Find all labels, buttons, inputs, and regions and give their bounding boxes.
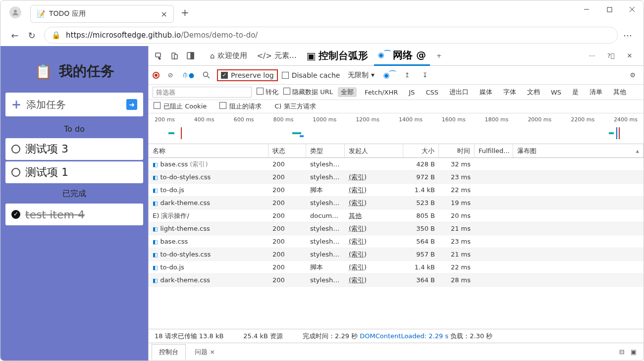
filter-wasm[interactable]: 是 [569, 87, 582, 97]
filter-css[interactable]: CSS [423, 88, 441, 97]
network-table-body[interactable]: ◧base.css (索引)200styleshe...428 B32 ms◧t… [149, 158, 644, 329]
lock-icon: 🔒 [52, 31, 61, 40]
network-row[interactable]: ◧dark-theme.css200styleshe...(索引)364 B28… [149, 274, 644, 287]
network-row[interactable]: ◧to-do-styles.css200styleshe...(索引)957 B… [149, 248, 644, 261]
task-item-done[interactable]: test item 4 [5, 204, 143, 225]
settings-gear-icon[interactable]: ⚙ [626, 68, 640, 82]
url-input[interactable]: 🔒 https://microsoftedge.github.io/Demos/… [44, 27, 618, 44]
filter-other[interactable]: 其他 [610, 87, 629, 97]
throttle-select[interactable]: 无限制 ▾ [344, 70, 378, 81]
circle-icon[interactable] [11, 145, 20, 154]
notepad-icon: 📝 [37, 10, 45, 18]
add-task-input[interactable]: + 添加任务 ➜ [5, 93, 143, 116]
invert-checkbox[interactable]: 转化 [257, 88, 278, 97]
hide-data-url-checkbox[interactable]: 隐藏数据 URL [283, 88, 333, 97]
help-icon[interactable]: ?⃝ [604, 49, 618, 63]
tab-welcome[interactable]: ⌂欢迎使用 [206, 46, 251, 66]
preserve-log-checkbox[interactable]: ✓Preserve log [217, 69, 278, 81]
col-fulfilled[interactable]: Fulfilled... [475, 144, 513, 157]
chevron-down-icon: ▾ [371, 71, 375, 79]
filter-media[interactable]: 媒体 [477, 87, 495, 97]
inspect-icon[interactable] [152, 49, 165, 63]
dock-icon[interactable] [183, 49, 197, 63]
close-devtools-icon[interactable]: ✕ [623, 49, 637, 63]
network-row[interactable]: ◧base.css200styleshe...(索引)564 B23 ms [149, 235, 644, 248]
more-tabs-button[interactable]: + [432, 49, 446, 63]
export-icon[interactable]: ↧ [418, 68, 432, 82]
network-row[interactable]: ◧to-do.js200脚本(索引)1.4 kB22 ms [149, 184, 644, 197]
titlebar: 📝 TODO 应用 × + [0, 0, 644, 24]
col-initiator[interactable]: 发起人 [345, 144, 403, 157]
col-status[interactable]: 状态 [268, 144, 306, 157]
drawer-dock-icon[interactable]: ▣ [631, 348, 637, 356]
filter-all[interactable]: 全部 [338, 87, 357, 97]
network-filters-row2: 已阻止 Cookie 阻止的请求 C) 第三方请求 [149, 100, 644, 113]
file-icon: ◧ [153, 174, 158, 181]
col-name[interactable]: 名称 [149, 144, 268, 157]
file-icon: ◧ [153, 277, 158, 284]
filter-js[interactable]: JS [406, 88, 418, 97]
file-icon: ◧ [153, 161, 158, 168]
browser-menu-button[interactable]: ⋯ [618, 30, 638, 41]
check-circle-icon[interactable] [11, 210, 20, 219]
tab-console[interactable]: ▣控制台弧形 [303, 46, 372, 66]
close-tab-icon[interactable]: × [161, 9, 167, 19]
close-window-button[interactable] [621, 0, 644, 18]
task-item[interactable]: 测试项 1 [5, 161, 143, 183]
minimize-button[interactable] [575, 0, 598, 18]
network-row[interactable]: ◧light-theme.css200styleshe...(索引)350 B2… [149, 222, 644, 235]
drawer-tab-issues[interactable]: 问题 × [188, 345, 222, 360]
filter-toggle-icon[interactable]: ⫛● [181, 68, 195, 82]
search-icon[interactable] [199, 68, 213, 82]
svg-rect-2 [607, 7, 612, 12]
import-icon[interactable]: ↥ [400, 68, 414, 82]
filter-manifest[interactable]: 清单 [587, 87, 605, 97]
third-party-label[interactable]: C) 第三方请求 [274, 102, 316, 111]
network-row[interactable]: ◧to-do-styles.css200styleshe...(索引)972 B… [149, 171, 644, 184]
network-conditions-icon[interactable]: ◉⁀ [382, 68, 396, 82]
filter-font[interactable]: 字体 [500, 87, 519, 97]
drawer-tab-console[interactable]: 控制台 [152, 344, 186, 360]
filter-img[interactable]: 进出口 [446, 87, 472, 97]
blocked-cookies-checkbox[interactable]: 已阻止 Cookie [154, 102, 207, 111]
disable-cache-checkbox[interactable]: Disable cache [282, 71, 340, 79]
network-row[interactable]: E) 演示操作/200docum...其他805 B20 ms [149, 209, 644, 222]
task-item[interactable]: 测试项 3 [5, 138, 143, 160]
tab-elements[interactable]: </>元素… [253, 46, 301, 66]
record-button[interactable] [153, 72, 160, 79]
filter-input[interactable] [153, 87, 252, 98]
col-type[interactable]: 类型 [306, 144, 345, 157]
clear-button[interactable]: ⊘ [163, 68, 177, 82]
plus-icon: + [11, 98, 21, 111]
address-bar: ← ↻ 🔒 https://microsoftedge.github.io/De… [0, 24, 644, 46]
filter-ws[interactable]: WS [548, 88, 564, 97]
done-section-label: 已完成 [3, 185, 145, 202]
submit-arrow-icon[interactable]: ➜ [126, 99, 137, 110]
back-button[interactable]: ← [6, 27, 23, 44]
browser-tab[interactable]: 📝 TODO 应用 × [30, 5, 174, 23]
file-icon: ◧ [153, 252, 158, 258]
profile-avatar[interactable] [9, 6, 21, 18]
col-time[interactable]: 时间 [439, 144, 475, 157]
filter-fetch[interactable]: Fetch/XHR [362, 88, 401, 97]
network-row[interactable]: ◧to-do.js200脚本(索引)1.4 kB22 ms [149, 261, 644, 274]
new-tab-button[interactable]: + [181, 6, 189, 18]
network-timeline[interactable]: 200 ms400 ms600 ms800 ms1000 ms1200 ms14… [149, 113, 644, 144]
col-waterfall[interactable]: 瀑布图▴ [513, 144, 644, 157]
tab-network[interactable]: ◉⁀网络 @ [374, 46, 430, 66]
filter-doc[interactable]: 文档 [524, 87, 543, 97]
sort-arrow-icon: ▴ [636, 147, 639, 155]
col-size[interactable]: 大小 [403, 144, 439, 157]
refresh-button[interactable]: ↻ [23, 27, 40, 44]
circle-icon[interactable] [11, 168, 20, 177]
device-icon[interactable] [167, 49, 181, 63]
blocked-requests-checkbox[interactable]: 阻止的请求 [219, 102, 262, 111]
network-row[interactable]: ◧dark-theme.css200styleshe...(索引)523 B19… [149, 197, 644, 209]
todo-app: 📋 我的任务 + 添加任务 ➜ To do 测试项 3测试项 1 已完成 tes… [0, 46, 148, 361]
drawer-expand-icon[interactable]: ⊟ [619, 348, 625, 356]
maximize-button[interactable] [598, 0, 621, 18]
network-row[interactable]: ◧base.css (索引)200styleshe...428 B32 ms [149, 158, 644, 171]
network-table-header: 名称 状态 类型 发起人 大小 时间 Fulfilled... 瀑布图▴ [149, 144, 644, 158]
svg-rect-9 [191, 52, 194, 59]
devtools-menu-icon[interactable]: ⋯ [585, 49, 599, 63]
